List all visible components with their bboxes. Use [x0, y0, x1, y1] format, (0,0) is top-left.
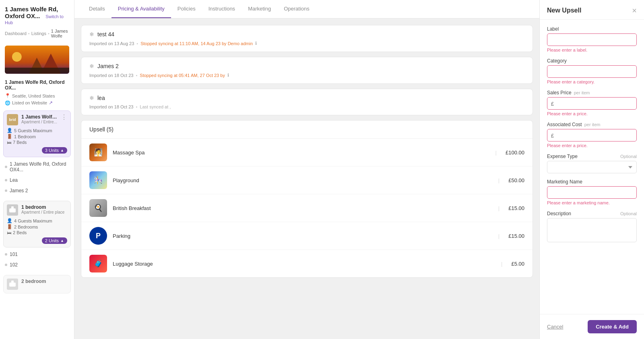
snowflake-icon-3: ❄ — [89, 95, 94, 101]
sales-price-input[interactable] — [547, 97, 637, 110]
panel-title: New Upsell — [547, 7, 581, 14]
stopped-syncing-link-1[interactable]: Stopped syncing at 11:10 AM, 14 Aug 23 b… — [140, 41, 253, 46]
globe-icon — [5, 100, 10, 106]
listing-card-lea: ❄ lea Imported on 18 Oct 23 • Last synce… — [81, 89, 533, 115]
guests-icon-2 — [7, 218, 12, 223]
upsell-thumb-breakfast: 🍳 — [89, 199, 107, 217]
sidebar-item-listing-1[interactable]: 1 James Wolfe Rd, Oxford OX4... — [0, 159, 74, 175]
unit-avatar-2 — [7, 204, 18, 216]
unit-info-1: 1 James Wolfe Rd... Apartment / Entire..… — [21, 114, 58, 124]
tab-marketing[interactable]: Marketing — [242, 0, 277, 18]
property-location: Seattle, United States — [0, 92, 74, 99]
cancel-button[interactable]: Cancel — [547, 324, 563, 330]
tab-operations[interactable]: Operations — [277, 0, 316, 18]
property-listed[interactable]: Listed on Website — [0, 99, 74, 109]
bedroom-icon — [7, 134, 12, 139]
sidebar-dot — [5, 189, 7, 192]
panel-header: New Upsell × — [540, 0, 644, 20]
property-image — [5, 46, 69, 74]
bedroom-icon-2 — [7, 224, 12, 229]
upsell-item-luggage[interactable]: 🧳 Luggage Storage | £5.00 — [81, 250, 533, 277]
currency-prefix-2: £ — [551, 132, 554, 138]
associated-cost-input[interactable] — [547, 129, 637, 141]
unit-stats-2: 4 Guests Maximum 2 Bedrooms 2 Beds — [7, 216, 67, 235]
info-icon-1: ℹ — [255, 41, 257, 46]
category-input[interactable] — [547, 65, 637, 78]
sidebar-dot — [5, 253, 7, 256]
marketing-name-field-group: Marketing Name Please enter a marketing … — [547, 179, 637, 205]
listing-card-james2: ❄ James 2 Imported on 18 Oct 23 • Stoppe… — [81, 57, 533, 84]
upsell-thumb-massage-spa: 🧖 — [89, 144, 107, 161]
sidebar-dot — [5, 264, 7, 266]
upsell-header: Upsell (5) — [81, 121, 533, 139]
snowflake-icon-2: ❄ — [89, 63, 94, 69]
sales-price-label: Sales Price per item — [547, 90, 637, 96]
sales-price-field-group: Sales Price per item £ Please enter a pr… — [547, 90, 637, 116]
tab-policies[interactable]: Policies — [171, 0, 202, 18]
tab-instructions[interactable]: Instructions — [202, 0, 242, 18]
main-content: ❄ test 44 Imported on 13 Aug 23 • Stoppe… — [74, 19, 539, 339]
expense-type-select[interactable] — [547, 161, 637, 173]
upsell-section: Upsell (5) 🧖 Massage Spa | £100.00 🎠 — [81, 120, 533, 278]
tab-pricing[interactable]: Pricing & Availability — [111, 0, 171, 18]
snowflake-icon-1: ❄ — [89, 31, 94, 37]
property-address: 1 James Wolfe Rd, Oxford OX... — [0, 77, 74, 92]
main-area: Details Pricing & Availability Policies … — [74, 0, 539, 339]
associated-cost-input-wrapper: £ — [547, 129, 637, 141]
svg-point-1 — [12, 52, 22, 62]
upsell-thumb-parking: P — [89, 227, 107, 245]
create-add-button[interactable]: Create & Add — [588, 320, 637, 333]
expense-type-field-group: Expense Type Optional — [547, 154, 637, 173]
new-upsell-panel: New Upsell × Label Please enter a label.… — [539, 0, 644, 339]
bed-icon — [7, 140, 11, 145]
associated-cost-field-group: Associated Cost per item £ Please enter … — [547, 122, 637, 148]
description-textarea[interactable] — [547, 218, 637, 242]
upsell-items-list: 🧖 Massage Spa | £100.00 🎠 Playground | £… — [81, 139, 533, 277]
upsell-thumb-playground: 🎠 — [89, 171, 107, 189]
unit-info-2: 1 bedroom Apartment / Entire place — [21, 204, 67, 214]
unit-info-3: 2 bedroom — [21, 279, 67, 284]
associated-cost-label: Associated Cost per item — [547, 122, 637, 127]
units-badge-chevron-1: ▲ — [60, 148, 64, 152]
unit-card-1: brid 1 James Wolfe Rd... Apartment / Ent… — [3, 110, 71, 157]
sidebar-item-listing-3[interactable]: James 2 — [0, 185, 74, 196]
panel-body: Label Please enter a label. Category Ple… — [540, 20, 644, 314]
category-field-group: Category Please enter a category. — [547, 58, 637, 84]
panel-close-button[interactable]: × — [632, 6, 637, 15]
listing-card-test44: ❄ test 44 Imported on 13 Aug 23 • Stoppe… — [81, 25, 533, 52]
sidebar-item-listing-2[interactable]: Lea — [0, 175, 74, 185]
panel-footer: Cancel Create & Add — [540, 314, 644, 339]
marketing-name-input[interactable] — [547, 186, 637, 199]
units-badge-chevron-2: ▲ — [60, 239, 64, 243]
expense-type-label: Expense Type Optional — [547, 154, 637, 159]
units-badge-1[interactable]: 3 Units ▲ — [42, 147, 67, 154]
sidebar-item-101[interactable]: 101 — [0, 249, 74, 260]
svg-rect-4 — [5, 68, 69, 74]
upsell-item-parking[interactable]: P Parking | £15.00 — [81, 222, 533, 250]
listing-card-meta-2: Imported on 18 Oct 23 • Stopped syncing … — [89, 73, 524, 78]
label-field-group: Label Please enter a label. — [547, 26, 637, 52]
label-input[interactable] — [547, 33, 637, 46]
marketing-name-label: Marketing Name — [547, 179, 637, 185]
upsell-thumb-luggage: 🧳 — [89, 255, 107, 272]
pin-icon — [5, 93, 10, 98]
svg-rect-10 — [11, 281, 14, 283]
sidebar: 1 James Wolfe Rd, Oxford OX... Switch to… — [0, 0, 74, 339]
listing-card-meta-1: Imported on 13 Aug 23 • Stopped syncing … — [89, 41, 524, 46]
upsell-item-massage-spa[interactable]: 🧖 Massage Spa | £100.00 — [81, 139, 533, 166]
sales-price-error: Please enter a price. — [547, 111, 637, 116]
sidebar-item-102[interactable]: 102 — [0, 260, 74, 270]
sidebar-dot — [5, 179, 7, 181]
guests-icon — [7, 128, 12, 133]
upsell-item-breakfast[interactable]: 🍳 British Breakfast | £15.00 — [81, 194, 533, 222]
units-badge-2[interactable]: 2 Units ▲ — [42, 237, 67, 244]
upsell-item-playground[interactable]: 🎠 Playground | £50.00 — [81, 166, 533, 194]
listing-card-meta-3: Imported on 18 Oct 23 • Last synced at , — [89, 104, 524, 109]
info-icon-2: ℹ — [227, 73, 229, 78]
external-link-icon — [49, 100, 53, 106]
stopped-syncing-link-2[interactable]: Stopped syncing at 05:41 AM, 27 Oct 23 b… — [140, 73, 225, 78]
associated-cost-error: Please enter a price. — [547, 143, 637, 148]
unit-more-menu-1[interactable]: ⋮ — [61, 114, 67, 121]
sidebar-dot — [5, 166, 7, 168]
tab-details[interactable]: Details — [83, 0, 111, 18]
